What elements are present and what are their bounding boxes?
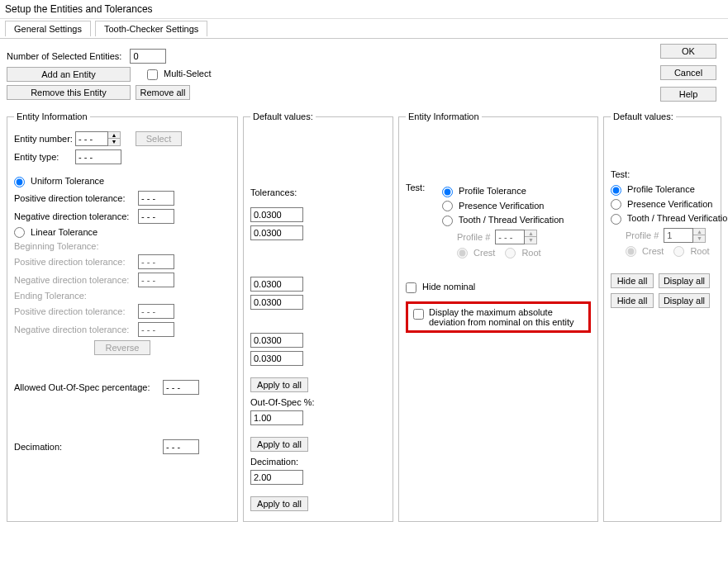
profile-tolerance-radio-3[interactable]: Profile Tolerance <box>611 184 695 196</box>
entity-number-spinner[interactable]: ▲▼ <box>75 131 121 146</box>
tol1-input[interactable] <box>250 207 303 222</box>
test-label-2: Test: <box>406 183 442 262</box>
entity-type-value <box>75 149 121 164</box>
display-max-deviation-checkbox[interactable]: Display the maximum absolute deviation f… <box>413 307 583 327</box>
allowed-oos-input[interactable] <box>163 380 199 395</box>
tooth-thread-radio-3[interactable]: Tooth / Thread Verification <box>611 213 728 225</box>
pos-tol-end-label: Positive direction tolerance: <box>14 306 138 316</box>
root-radio-2: Root <box>505 248 540 259</box>
presence-verification-radio-2[interactable]: Presence Verification <box>442 201 544 212</box>
multi-select-checkbox[interactable]: Multi-Select <box>147 69 212 80</box>
crest-radio-3: Crest <box>626 246 664 258</box>
entity-number-label: Entity number: <box>14 134 75 144</box>
num-selected-label: Number of Selected Entities: <box>7 51 121 61</box>
display-all-button-2[interactable]: Display all <box>659 293 710 308</box>
uniform-tolerance-radio[interactable]: Uniform Tolerance <box>14 176 104 187</box>
tol3-input[interactable] <box>250 277 303 292</box>
oos-label: Out-Of-Spec %: <box>250 397 386 407</box>
highlight-box: Display the maximum absolute deviation f… <box>406 301 591 333</box>
apply-tol-button[interactable]: Apply to all <box>250 377 308 392</box>
profile-num-label-2: Profile # <box>457 232 490 242</box>
tab-general-settings[interactable]: General Settings <box>5 21 91 36</box>
apply-oos-button[interactable]: Apply to all <box>250 437 308 452</box>
pos-tol-begin-label: Positive direction tolerance: <box>14 257 138 267</box>
hide-all-button-1[interactable]: Hide all <box>611 273 654 288</box>
allowed-oos-label: Allowed Out-Of-Spec percentage: <box>14 382 163 392</box>
neg-tol-begin-input <box>138 273 174 287</box>
tol4-input[interactable] <box>250 295 303 310</box>
neg-tol-end-label: Negative direction tolerance: <box>14 325 138 334</box>
pos-tol-input[interactable] <box>138 191 174 206</box>
display-all-button-1[interactable]: Display all <box>659 273 710 288</box>
presence-verification-radio-3[interactable]: Presence Verification <box>611 199 712 211</box>
remove-entity-button[interactable]: Remove this Entity <box>7 85 131 100</box>
profile-num-label-3: Profile # <box>626 230 659 240</box>
num-selected-value <box>130 49 166 64</box>
reverse-button: Reverse <box>94 340 150 355</box>
select-button: Select <box>136 131 182 146</box>
tol2-input[interactable] <box>250 225 303 240</box>
profile-tolerance-radio-2[interactable]: Profile Tolerance <box>442 186 526 197</box>
window-title: Setup the Entities and Tolerances <box>0 0 728 19</box>
beginning-tolerance-label: Beginning Tolerance: <box>14 241 231 251</box>
tol6-input[interactable] <box>250 351 303 366</box>
default-values-legend-2: Default values: <box>611 111 676 121</box>
decimation-label: Decimation: <box>14 442 163 452</box>
default-values-legend-1: Default values: <box>250 111 316 121</box>
tolerances-label: Tolerances: <box>250 187 386 197</box>
add-entity-button[interactable]: Add an Entity <box>7 67 131 82</box>
default-values-group-2: Default values: Test: Profile Tolerance … <box>603 111 721 522</box>
tol5-input[interactable] <box>250 333 303 348</box>
ok-button[interactable]: OK <box>660 44 716 59</box>
default-values-group-1: Default values: Tolerances: Apply to all… <box>243 111 393 522</box>
apply-decimation-button[interactable]: Apply to all <box>250 496 308 511</box>
root-radio-3: Root <box>673 246 709 258</box>
decimation-def-input[interactable] <box>250 470 303 485</box>
pos-tol-end-input <box>138 304 174 319</box>
ending-tolerance-label: Ending Tolerance: <box>14 291 231 301</box>
spinner-down-icon[interactable]: ▼ <box>108 139 120 145</box>
entity-information-legend-2: Entity Information <box>406 111 482 121</box>
decimation-input[interactable] <box>163 439 199 454</box>
test-label-3: Test: <box>611 169 714 179</box>
neg-tol-input[interactable] <box>138 209 174 224</box>
pos-tol-label: Positive direction tolerance: <box>14 193 138 203</box>
help-button[interactable]: Help <box>660 87 716 102</box>
entity-information-group-2: Entity Information Test: Profile Toleran… <box>398 111 598 522</box>
pos-tol-begin-input <box>138 254 174 269</box>
tooth-thread-radio-2[interactable]: Tooth / Thread Verification <box>442 215 564 226</box>
profile-num-spinner-3: ▲▼ <box>664 228 706 243</box>
entity-information-group: Entity Information Entity number: ▲▼ Sel… <box>7 111 238 522</box>
hide-all-button-2[interactable]: Hide all <box>611 293 654 308</box>
spinner-up-icon[interactable]: ▲ <box>108 132 120 139</box>
neg-tol-begin-label: Negative direction tolerance: <box>14 275 138 285</box>
remove-all-button[interactable]: Remove all <box>136 85 190 100</box>
decimation-def-label: Decimation: <box>250 457 386 467</box>
neg-tol-label: Negative direction tolerance: <box>14 211 138 221</box>
linear-tolerance-radio[interactable]: Linear Tolerance <box>14 227 98 239</box>
entity-type-label: Entity type: <box>14 152 75 162</box>
tab-tooth-checker-settings[interactable]: Tooth-Checker Settings <box>95 21 207 36</box>
profile-num-spinner-2: ▲▼ <box>495 230 537 244</box>
tab-bar: General Settings Tooth-Checker Settings <box>0 19 728 39</box>
oos-input[interactable] <box>250 410 303 425</box>
entity-information-legend: Entity Information <box>14 111 90 121</box>
neg-tol-end-input <box>138 322 174 337</box>
cancel-button[interactable]: Cancel <box>660 65 716 80</box>
hide-nominal-checkbox[interactable]: Hide nominal <box>406 282 475 293</box>
crest-radio-2: Crest <box>457 248 495 259</box>
